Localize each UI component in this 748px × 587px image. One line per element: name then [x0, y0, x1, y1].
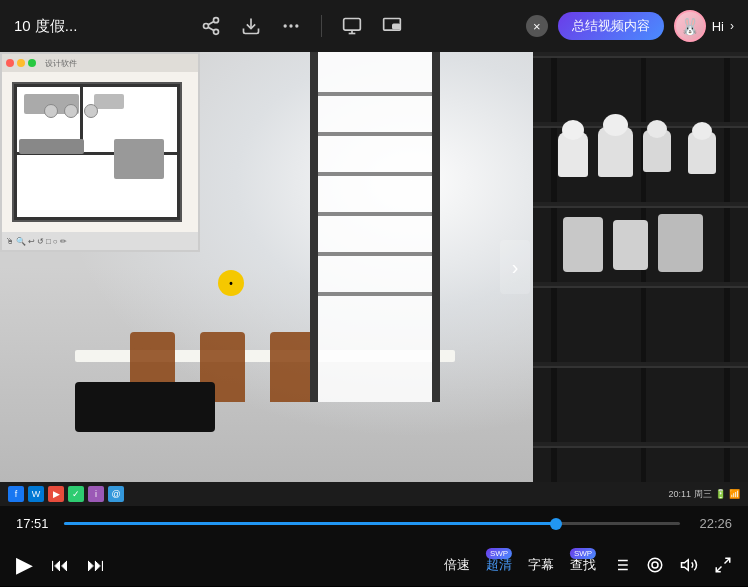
- top-icons: [201, 15, 402, 37]
- speed-button[interactable]: 倍速: [444, 556, 470, 574]
- pip-button[interactable]: [382, 16, 402, 36]
- taskbar-app-icon[interactable]: i: [88, 486, 104, 502]
- shelf-figure: [643, 130, 671, 172]
- top-bar: 10 度假...: [0, 0, 748, 52]
- svg-point-20: [648, 558, 662, 572]
- shelf-board: [533, 362, 748, 368]
- fullscreen-button[interactable]: [714, 556, 732, 574]
- shelf-figure: [598, 127, 633, 177]
- video-marker[interactable]: •: [218, 270, 244, 296]
- app-title-small: 设计软件: [45, 58, 77, 69]
- playlist-button[interactable]: [612, 556, 630, 574]
- battery-icon: 🔋: [715, 489, 726, 499]
- shelf-board: [533, 52, 748, 58]
- shelving-unit: [533, 52, 748, 482]
- bench: [75, 382, 215, 432]
- hi-label: Hi: [712, 19, 724, 34]
- share-button[interactable]: [201, 16, 221, 36]
- taskbar-app-icon[interactable]: W: [28, 486, 44, 502]
- danmaku-button[interactable]: [646, 556, 664, 574]
- avatar-area[interactable]: 🐰 Hi ›: [674, 10, 734, 42]
- next-button[interactable]: ⏭: [87, 555, 105, 576]
- figure-head: [692, 122, 712, 140]
- svg-point-21: [652, 562, 658, 568]
- svg-rect-9: [344, 19, 361, 31]
- design-app-overlay[interactable]: 设计软件 🖱🔍↩↺□: [0, 52, 200, 252]
- taskbar-app-icon[interactable]: ✓: [68, 486, 84, 502]
- shelf-figure: [688, 132, 716, 174]
- wifi-icon: 📶: [729, 489, 740, 499]
- svg-rect-13: [393, 24, 400, 28]
- taskbar-app-icon[interactable]: ▶: [48, 486, 64, 502]
- summarize-button[interactable]: 总结视频内容: [558, 12, 664, 40]
- hd-button[interactable]: SWP 超清: [486, 556, 512, 574]
- design-toolbar-bottom: 🖱🔍↩↺□○✏: [2, 232, 198, 250]
- progress-thumb[interactable]: [550, 518, 562, 530]
- shelf-item: [613, 220, 648, 270]
- figure-head: [562, 120, 584, 140]
- find-badge: SWP: [570, 548, 596, 559]
- controls-right: 倍速 SWP 超清 字幕 SWP 查找: [444, 556, 732, 574]
- figure-head: [647, 120, 667, 138]
- design-canvas: 🖱🔍↩↺□○✏: [2, 72, 198, 250]
- chevron-icon: ›: [730, 19, 734, 33]
- shelf-board: [533, 202, 748, 208]
- maximize-dot[interactable]: [28, 59, 36, 67]
- taskbar-time: 20:11: [668, 489, 691, 499]
- hd-badge: SWP: [486, 548, 512, 559]
- shelf-post: [551, 52, 557, 482]
- more-button[interactable]: [281, 16, 301, 36]
- close-dot[interactable]: [6, 59, 14, 67]
- title-area: 10 度假...: [14, 17, 77, 36]
- play-button[interactable]: ▶: [16, 552, 33, 578]
- player-bar: 17:51 22:26 ▶ ⏮ ⏭ 倍速 SWP 超清 字幕: [0, 506, 748, 586]
- avatar: 🐰: [674, 10, 706, 42]
- design-app-titlebar: 设计软件: [2, 54, 198, 72]
- shelf-item: [563, 217, 603, 272]
- progress-area: 17:51 22:26: [16, 516, 732, 531]
- total-time: 22:26: [690, 516, 732, 531]
- prev-button[interactable]: ⏮: [51, 555, 69, 576]
- taskbar-app-icon[interactable]: @: [108, 486, 124, 502]
- svg-point-7: [289, 24, 292, 27]
- svg-line-4: [208, 21, 214, 24]
- taskbar-left: f W ▶ ✓ i @: [8, 486, 124, 502]
- figure-head: [603, 114, 628, 136]
- svg-line-23: [725, 558, 730, 563]
- window: [310, 52, 440, 402]
- find-button[interactable]: SWP 查找: [570, 556, 596, 574]
- shelf-post: [724, 52, 730, 482]
- volume-button[interactable]: [680, 556, 698, 574]
- shelf-figure: [558, 132, 588, 177]
- video-area[interactable]: 设计软件 🖱🔍↩↺□: [0, 52, 748, 482]
- svg-point-6: [284, 24, 287, 27]
- top-right: × 总结视频内容 🐰 Hi ›: [526, 10, 734, 42]
- svg-point-2: [214, 29, 219, 34]
- video-title: 10 度假...: [14, 17, 77, 36]
- chair: [270, 332, 315, 402]
- svg-point-0: [214, 18, 219, 23]
- shelf-item: [658, 214, 703, 272]
- taskbar-app-icon[interactable]: f: [8, 486, 24, 502]
- minimize-dot[interactable]: [17, 59, 25, 67]
- svg-point-8: [295, 24, 298, 27]
- subtitle-button[interactable]: 字幕: [528, 556, 554, 574]
- shelf-board: [533, 442, 748, 448]
- taskbar-date: 周三: [694, 488, 712, 501]
- close-button[interactable]: ×: [526, 15, 548, 37]
- svg-line-24: [716, 567, 721, 572]
- taskbar-right: 20:11 周三 🔋 📶: [668, 488, 740, 501]
- download-button[interactable]: [241, 16, 261, 36]
- controls-row: ▶ ⏮ ⏭ 倍速 SWP 超清 字幕 SWP 查找: [16, 552, 732, 578]
- svg-line-3: [208, 27, 214, 30]
- current-time: 17:51: [16, 516, 54, 531]
- next-slide-button[interactable]: ›: [500, 240, 530, 294]
- taskbar: f W ▶ ✓ i @ 20:11 周三 🔋 📶: [0, 482, 748, 506]
- aspect-ratio-button[interactable]: [342, 16, 362, 36]
- shelf-board: [533, 282, 748, 288]
- controls-left: ▶ ⏮ ⏭: [16, 552, 105, 578]
- progress-track[interactable]: [64, 522, 680, 525]
- divider: [321, 15, 322, 37]
- progress-fill: [64, 522, 556, 525]
- floor-plan: [12, 82, 182, 222]
